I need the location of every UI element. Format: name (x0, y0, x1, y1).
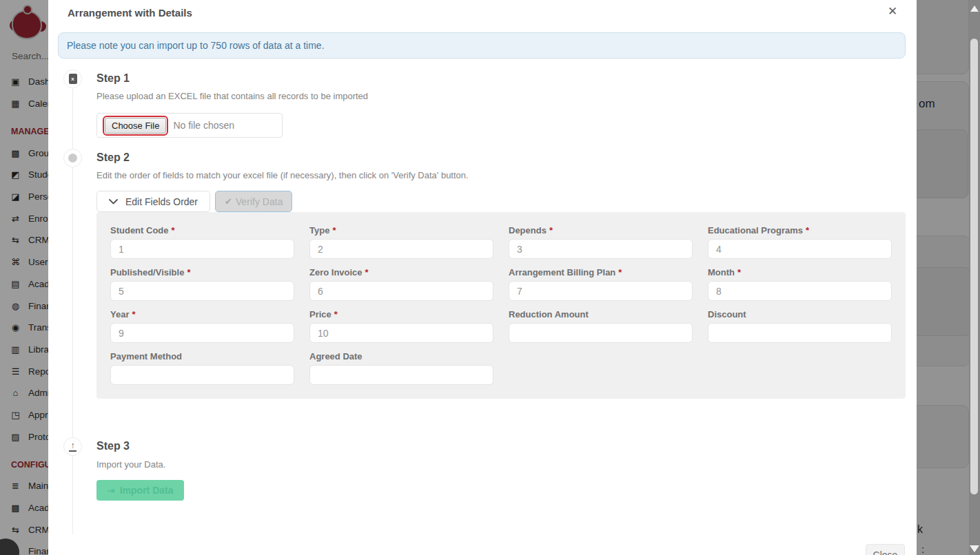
page-scrollbar[interactable] (969, 0, 980, 555)
field-label: Arrangement Billing Plan* (509, 266, 693, 279)
required-asterisk: * (172, 225, 175, 235)
field-payment-method: Payment Method (110, 350, 294, 385)
field-input-year[interactable] (110, 323, 294, 343)
required-asterisk: * (332, 225, 336, 235)
step-2-section: Step 2 Edit the order of fields to match… (58, 149, 906, 399)
required-asterisk: * (549, 225, 553, 235)
scroll-down-arrow-icon[interactable] (970, 545, 979, 552)
field-label: Student Code* (110, 224, 294, 237)
field-label: Educational Programs* (708, 224, 892, 237)
required-asterisk: * (365, 267, 369, 278)
field-label: Type* (309, 224, 493, 237)
field-input-educational-programs[interactable] (708, 239, 892, 259)
field-input-student-code[interactable] (110, 239, 294, 259)
field-label: Published/Visible* (110, 266, 294, 279)
required-asterisk: * (618, 267, 622, 278)
field-label: Zero Invoice* (309, 266, 493, 279)
field-year: Year* (110, 308, 294, 343)
field-arrangement-billing-plan: Arrangement Billing Plan* (509, 266, 693, 301)
import-dialog: Arrangement with Details ✕ Please note y… (48, 0, 917, 555)
excel-file-icon: x (63, 70, 82, 88)
step-1-section: x Step 1 Please upload an EXCEL file tha… (58, 70, 906, 138)
required-asterisk: * (132, 309, 135, 320)
field-input-depends[interactable] (509, 239, 693, 259)
required-asterisk: * (737, 267, 741, 278)
required-asterisk: * (806, 225, 809, 235)
scroll-up-arrow-icon[interactable] (970, 6, 979, 12)
field-reduction-amount: Reduction Amount (509, 308, 693, 343)
step-2-title: Step 2 (96, 151, 906, 164)
field-label: Agreed Date (309, 350, 493, 363)
field-month: Month* (708, 266, 892, 301)
step-2-indicator-icon (63, 149, 82, 167)
verify-data-button[interactable]: ✔ Verify Data (215, 191, 292, 212)
field-input-month[interactable] (708, 281, 892, 301)
step-3-section: ↑ Step 3 Import your Data. ⇥ Import Data (58, 437, 906, 501)
fields-grid: Student Code*Type*Depends*Educational Pr… (110, 224, 892, 385)
required-asterisk: * (334, 309, 338, 320)
dialog-header: Arrangement with Details ✕ (58, 0, 906, 26)
edit-fields-order-button[interactable]: Edit Fields Order (96, 191, 210, 212)
step-1-description: Please upload an EXCEL file that contain… (96, 91, 906, 101)
step-2-description: Edit the order of fields to match your e… (96, 170, 906, 180)
field-input-payment-method[interactable] (110, 365, 294, 385)
import-arrow-icon: ⇥ (107, 485, 115, 496)
step-2-rail (63, 149, 96, 399)
field-educational-programs: Educational Programs* (708, 224, 892, 259)
field-student-code: Student Code* (110, 224, 294, 259)
field-label: Payment Method (110, 350, 294, 363)
field-label: Discount (708, 308, 892, 321)
field-discount: Discount (708, 308, 892, 343)
info-alert: Please note you can import up to 750 row… (58, 32, 906, 59)
field-label: Price* (309, 308, 493, 321)
fields-panel: Student Code*Type*Depends*Educational Pr… (96, 212, 906, 399)
field-price: Price* (309, 308, 493, 343)
step-3-rail: ↑ (63, 437, 96, 501)
close-button[interactable]: Close (866, 544, 905, 555)
verify-data-label: Verify Data (236, 196, 283, 207)
field-input-agreed-date[interactable] (309, 365, 493, 385)
field-label: Year* (110, 308, 294, 321)
file-status-text: No file chosen (173, 120, 234, 131)
step-1-rail: x (63, 70, 96, 138)
field-agreed-date: Agreed Date (309, 350, 493, 385)
import-data-button[interactable]: ⇥ Import Data (96, 480, 184, 501)
check-icon: ✔ (225, 196, 232, 207)
field-published-visible: Published/Visible* (110, 266, 294, 301)
field-input-published-visible[interactable] (110, 281, 294, 301)
step-3-description: Import your Data. (96, 459, 906, 470)
scrollbar-thumb[interactable] (970, 39, 978, 494)
step-3-title: Step 3 (96, 439, 906, 452)
field-input-discount[interactable] (708, 323, 892, 343)
field-zero-invoice: Zero Invoice* (309, 266, 493, 301)
edit-fields-order-label: Edit Fields Order (125, 196, 198, 207)
close-icon[interactable]: ✕ (884, 3, 901, 21)
required-asterisk: * (187, 267, 190, 278)
field-label: Reduction Amount (509, 308, 693, 321)
field-input-reduction-amount[interactable] (509, 323, 693, 343)
field-input-arrangement-billing-plan[interactable] (509, 281, 693, 301)
field-label: Depends* (509, 224, 693, 237)
field-input-type[interactable] (309, 239, 493, 259)
step-1-title: Step 1 (96, 72, 906, 85)
import-data-label: Import Data (120, 485, 174, 496)
choose-file-button[interactable]: Choose File (105, 118, 166, 134)
field-input-price[interactable] (309, 323, 493, 343)
field-label: Month* (708, 266, 892, 279)
field-type: Type* (309, 224, 493, 259)
file-input[interactable]: Choose File No file chosen (96, 113, 283, 138)
field-input-zero-invoice[interactable] (309, 281, 493, 301)
upload-icon: ↑ (63, 437, 82, 456)
dialog-title: Arrangement with Details (58, 7, 906, 19)
chevron-down-icon (109, 199, 118, 205)
field-depends: Depends* (509, 224, 693, 259)
